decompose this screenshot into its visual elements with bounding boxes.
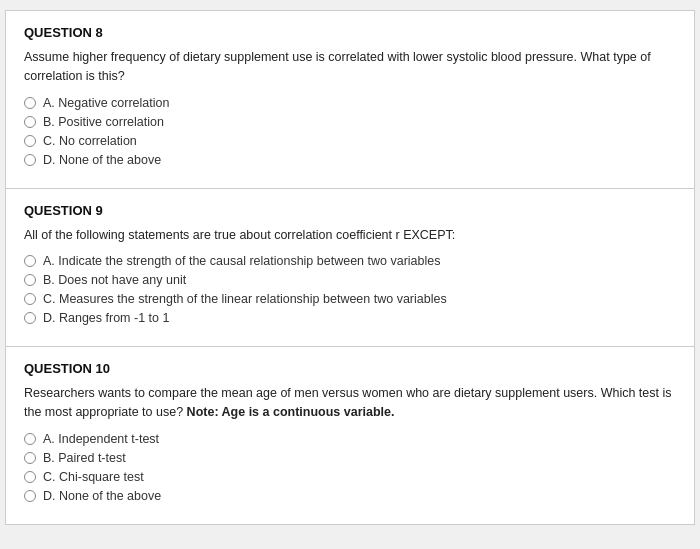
option-label: C. Measures the strength of the linear r… (43, 292, 447, 306)
radio-icon[interactable] (24, 154, 36, 166)
option-label: A. Negative correlation (43, 96, 169, 110)
list-item[interactable]: A. Negative correlation (24, 96, 676, 110)
page-container: QUESTION 8 Assume higher frequency of di… (5, 10, 695, 525)
radio-icon[interactable] (24, 471, 36, 483)
radio-icon[interactable] (24, 452, 36, 464)
option-label: C. Chi-square test (43, 470, 144, 484)
radio-icon[interactable] (24, 433, 36, 445)
question-9-options: A. Indicate the strength of the causal r… (24, 254, 676, 325)
list-item[interactable]: D. None of the above (24, 153, 676, 167)
question-10-text: Researchers wants to compare the mean ag… (24, 384, 676, 422)
list-item[interactable]: A. Independent t-test (24, 432, 676, 446)
radio-icon[interactable] (24, 116, 36, 128)
radio-icon[interactable] (24, 274, 36, 286)
question-10-title: QUESTION 10 (24, 361, 676, 376)
question-10-text-bold: Note: Age is a continuous variable. (187, 405, 395, 419)
list-item[interactable]: D. Ranges from -1 to 1 (24, 311, 676, 325)
option-label: D. None of the above (43, 489, 161, 503)
list-item[interactable]: C. Chi-square test (24, 470, 676, 484)
option-label: D. None of the above (43, 153, 161, 167)
question-9-title: QUESTION 9 (24, 203, 676, 218)
question-9-text: All of the following statements are true… (24, 226, 676, 245)
question-10-block: QUESTION 10 Researchers wants to compare… (6, 347, 694, 524)
list-item[interactable]: A. Indicate the strength of the causal r… (24, 254, 676, 268)
list-item[interactable]: B. Does not have any unit (24, 273, 676, 287)
option-label: A. Indicate the strength of the causal r… (43, 254, 440, 268)
question-8-text: Assume higher frequency of dietary suppl… (24, 48, 676, 86)
list-item[interactable]: B. Positive correlation (24, 115, 676, 129)
radio-icon[interactable] (24, 97, 36, 109)
radio-icon[interactable] (24, 293, 36, 305)
option-label: C. No correlation (43, 134, 137, 148)
option-label: B. Does not have any unit (43, 273, 186, 287)
option-label: B. Paired t-test (43, 451, 126, 465)
list-item[interactable]: C. Measures the strength of the linear r… (24, 292, 676, 306)
question-8-title: QUESTION 8 (24, 25, 676, 40)
question-8-block: QUESTION 8 Assume higher frequency of di… (6, 11, 694, 189)
radio-icon[interactable] (24, 312, 36, 324)
question-9-block: QUESTION 9 All of the following statemen… (6, 189, 694, 348)
radio-icon[interactable] (24, 490, 36, 502)
question-10-options: A. Independent t-test B. Paired t-test C… (24, 432, 676, 503)
option-label: D. Ranges from -1 to 1 (43, 311, 169, 325)
radio-icon[interactable] (24, 135, 36, 147)
question-8-options: A. Negative correlation B. Positive corr… (24, 96, 676, 167)
option-label: A. Independent t-test (43, 432, 159, 446)
list-item[interactable]: B. Paired t-test (24, 451, 676, 465)
list-item[interactable]: D. None of the above (24, 489, 676, 503)
list-item[interactable]: C. No correlation (24, 134, 676, 148)
radio-icon[interactable] (24, 255, 36, 267)
option-label: B. Positive correlation (43, 115, 164, 129)
